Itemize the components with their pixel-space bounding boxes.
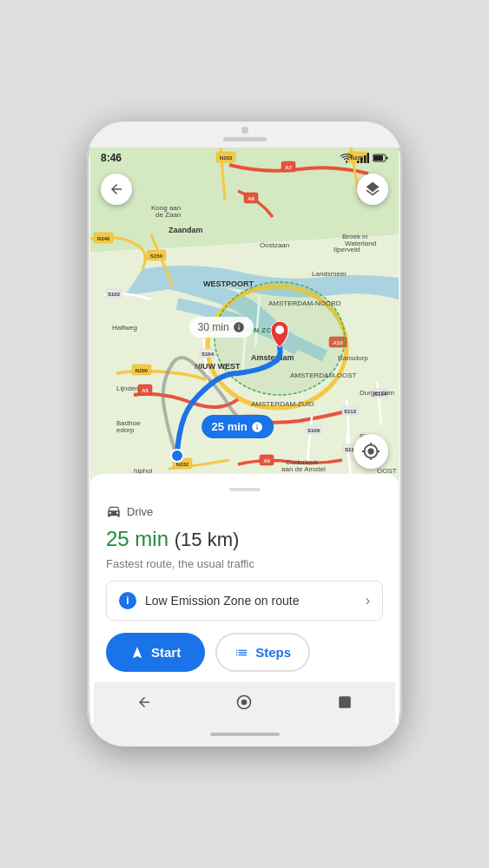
svg-text:Halfweg: Halfweg xyxy=(112,324,137,332)
route-info-icon xyxy=(251,421,263,433)
svg-text:Durgerdam: Durgerdam xyxy=(360,389,394,397)
phone-top-bar xyxy=(87,122,402,148)
svg-rect-0 xyxy=(357,161,360,163)
svg-text:S102: S102 xyxy=(108,292,121,297)
svg-text:A9: A9 xyxy=(263,458,270,464)
svg-text:Landsmeer: Landsmeer xyxy=(312,270,347,278)
steps-label: Steps xyxy=(255,645,291,660)
svg-text:S112: S112 xyxy=(344,409,357,414)
svg-text:aan de Amstel: aan de Amstel xyxy=(281,465,326,473)
back-button[interactable] xyxy=(101,174,132,205)
lez-chevron-icon: › xyxy=(366,593,370,608)
nav-recent-icon xyxy=(337,694,353,710)
phone-bottom-indicator xyxy=(210,733,280,736)
svg-text:Zaandam: Zaandam xyxy=(169,226,203,234)
main-route-bubble[interactable]: 25 min xyxy=(202,415,274,438)
svg-point-74 xyxy=(171,450,183,462)
duration-text: 25 min xyxy=(106,527,169,550)
lez-info-icon: i xyxy=(119,592,136,609)
steps-icon xyxy=(235,646,248,660)
phone-camera xyxy=(241,127,248,134)
svg-text:Waterland: Waterland xyxy=(345,240,376,247)
svg-point-77 xyxy=(241,700,248,706)
svg-text:N246: N246 xyxy=(97,236,110,241)
svg-text:AMSTERDAM-ZUID: AMSTERDAM-ZUID xyxy=(251,400,314,408)
svg-text:AMSTERDAM-NOORD: AMSTERDAM-NOORD xyxy=(268,299,341,307)
transport-mode-label: Drive xyxy=(106,503,383,519)
transport-mode-text: Drive xyxy=(127,505,153,518)
alt-route-bubble[interactable]: 30 min xyxy=(189,317,254,338)
nav-home-icon xyxy=(235,694,253,711)
info-icon xyxy=(233,321,245,333)
svg-text:A5: A5 xyxy=(142,388,149,393)
nav-back-icon xyxy=(136,694,152,710)
svg-text:edorp: edorp xyxy=(116,426,135,434)
action-buttons: Start Steps xyxy=(106,633,383,672)
location-button[interactable] xyxy=(354,434,388,469)
nav-home-button[interactable] xyxy=(228,687,260,718)
svg-text:S109: S109 xyxy=(307,428,320,433)
svg-text:AMSTERDAM-OOST: AMSTERDAM-OOST xyxy=(290,372,357,379)
lez-banner[interactable]: i Low Emission Zone on route › xyxy=(106,581,383,621)
svg-text:S104: S104 xyxy=(202,352,215,357)
nav-back-button[interactable] xyxy=(129,687,160,718)
wifi-icon xyxy=(340,153,354,163)
svg-rect-5 xyxy=(373,155,383,161)
layers-icon xyxy=(364,181,381,198)
route-info: 25 min (15 km) xyxy=(106,528,383,550)
route-duration: 25 min (15 km) xyxy=(106,527,239,550)
signal-icon xyxy=(357,153,369,163)
start-button[interactable]: Start xyxy=(106,633,205,672)
navigation-icon xyxy=(130,646,144,660)
svg-rect-1 xyxy=(360,158,363,163)
svg-point-75 xyxy=(275,326,284,334)
svg-text:Ransdorp: Ransdorp xyxy=(338,354,368,362)
phone-bottom-bar xyxy=(87,722,402,746)
battery-icon xyxy=(373,154,388,162)
layers-button[interactable] xyxy=(357,174,388,205)
svg-rect-6 xyxy=(387,157,388,160)
svg-rect-78 xyxy=(339,696,351,708)
steps-button[interactable]: Steps xyxy=(215,633,310,672)
nav-recent-button[interactable] xyxy=(329,687,360,718)
svg-text:A8: A8 xyxy=(248,196,254,201)
svg-text:WESTPOORT: WESTPOORT xyxy=(203,279,254,288)
status-time: 8:46 xyxy=(101,152,122,164)
panel-handle xyxy=(229,488,261,491)
status-icons xyxy=(340,153,388,163)
phone-screen: 8:46 xyxy=(90,148,399,722)
map-container: A10 N200 A5 A10 xyxy=(90,148,399,486)
svg-rect-3 xyxy=(367,153,370,163)
main-route-time: 25 min xyxy=(212,420,248,433)
bottom-panel: Drive 25 min (15 km) Fastest route, the … xyxy=(90,474,399,682)
route-subtitle: Fastest route, the usual traffic xyxy=(106,557,383,570)
phone-speaker xyxy=(223,137,267,141)
svg-text:de Zaan: de Zaan xyxy=(155,211,181,219)
svg-text:Lijnden: Lijnden xyxy=(116,385,139,392)
svg-text:S150: S150 xyxy=(150,253,163,259)
back-arrow-icon xyxy=(109,181,124,197)
nav-bar xyxy=(94,682,395,722)
phone-frame: 8:46 xyxy=(87,122,402,746)
my-location-icon xyxy=(361,442,380,461)
drive-icon xyxy=(106,503,122,519)
start-label: Start xyxy=(151,645,181,660)
distance-text: (15 km) xyxy=(175,529,240,550)
status-bar: 8:46 xyxy=(90,148,399,168)
svg-text:N200: N200 xyxy=(135,368,149,373)
lez-text: Low Emission Zone on route xyxy=(145,594,357,608)
svg-rect-2 xyxy=(364,155,367,163)
alt-route-time: 30 min xyxy=(198,321,229,333)
svg-text:Oostzaan: Oostzaan xyxy=(260,241,289,249)
